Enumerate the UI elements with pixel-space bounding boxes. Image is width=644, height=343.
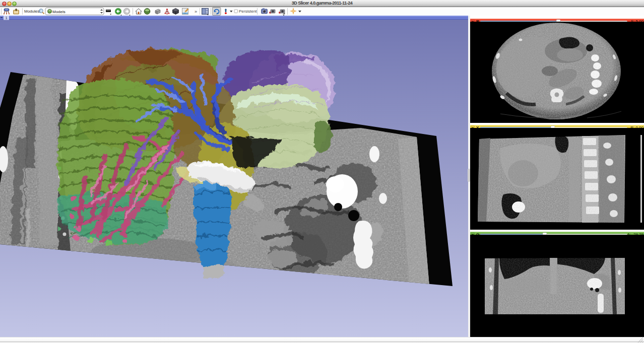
svg-text:»: » — [195, 9, 197, 14]
svg-text:1: 1 — [5, 16, 7, 20]
svg-text:Models: Models — [52, 10, 66, 14]
